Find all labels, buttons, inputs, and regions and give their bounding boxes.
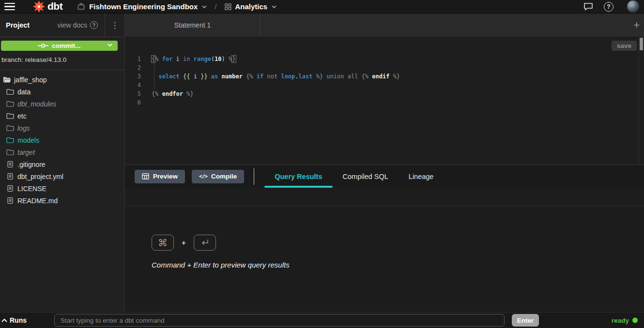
tree-item-gitignore[interactable]: .gitignore (0, 158, 124, 170)
main-area: Project view docs ? ⋮ commit... (0, 14, 644, 312)
chevron-up-icon (1, 319, 7, 322)
commit-button[interactable]: commit... (1, 41, 118, 51)
editor-column: Statement 1 + save 1{% for i in range(10… (125, 14, 644, 312)
results-body: ⌘ + Command + Enter to preview query res… (125, 206, 644, 312)
git-commit-icon (38, 43, 48, 48)
line-number: 4 (125, 81, 148, 89)
preview-button[interactable]: Preview (135, 170, 185, 183)
tree-item-etc[interactable]: etc (0, 110, 124, 122)
tree-item-data[interactable]: data (0, 86, 124, 98)
compile-button-label: Compile (211, 173, 237, 180)
tree-item-license[interactable]: LICENSE (0, 182, 124, 194)
grid-icon (225, 3, 231, 10)
sidebar-header: Project view docs ? ⋮ (0, 14, 124, 37)
view-docs-label: view docs (58, 21, 87, 29)
tree-item-models[interactable]: models (0, 134, 124, 146)
code-brackets-icon: </> (199, 173, 207, 179)
top-bar: dbt Fishtown Engineering Sandbox / (0, 0, 644, 14)
briefcase-icon (77, 3, 85, 10)
bottom-bar: Runs Enter ready (0, 312, 644, 328)
code-text: select {{ i }} as number {% if not loop.… (148, 72, 400, 81)
code-lines: 1{% for i in range(10) %}23 select {{ i … (125, 55, 638, 107)
branch-label: branch: release/4.13.0 (1, 56, 124, 63)
scrollbar-thumb[interactable] (640, 38, 643, 50)
sidebar: Project view docs ? ⋮ commit... (0, 14, 125, 312)
save-button[interactable]: save (612, 41, 637, 51)
tab-compiled-sql[interactable]: Compiled SQL (333, 165, 399, 188)
chevron-down-icon (202, 5, 207, 8)
code-line[interactable]: 4 (125, 81, 638, 89)
runs-toggle[interactable]: Runs (1, 316, 27, 324)
code-line[interactable]: 5{% endfor %} (125, 89, 638, 98)
code-text (148, 81, 152, 89)
status-label: ready (612, 317, 629, 324)
tree-item-target[interactable]: target (0, 146, 124, 158)
code-text (148, 98, 152, 107)
results-tabs: Query ResultsCompiled SQLLineage (264, 165, 444, 188)
tree-item-jaffle-shop[interactable]: jaffle_shop (0, 74, 124, 86)
plus-icon: + (633, 19, 640, 31)
tab-lineage[interactable]: Lineage (399, 165, 444, 188)
tree-item-label: logs (17, 124, 30, 132)
hamburger-menu-icon[interactable] (4, 3, 15, 10)
tree-item-label: etc (17, 112, 27, 120)
code-line[interactable]: 1{% for i in range(10) %} (125, 55, 638, 63)
line-number: 5 (125, 89, 148, 98)
tree-item-label: LICENSE (17, 185, 46, 193)
dbt-logo-text: dbt (47, 1, 62, 13)
line-number: 3 (125, 72, 148, 81)
chevron-down-icon[interactable] (107, 44, 112, 46)
project-name: Fishtown Engineering Sandbox (89, 2, 198, 11)
folder-icon (6, 101, 15, 107)
kebab-menu-icon[interactable]: ⋮ (105, 21, 124, 30)
environment-switcher[interactable]: Analytics (225, 2, 277, 11)
question-circle-icon: ? (90, 21, 98, 29)
tree-item-label: jaffle_shop (14, 76, 46, 84)
dbt-cloud-ide: dbt Fishtown Engineering Sandbox / (0, 0, 644, 328)
tree-item-label: dbt_project.yml (17, 173, 63, 180)
tree-item-logs[interactable]: logs (0, 122, 124, 134)
file-icon (6, 197, 15, 204)
folder-icon (6, 125, 15, 131)
breadcrumb-separator: / (215, 2, 216, 11)
tree-item-label: data (17, 88, 31, 96)
tree-item-readme-md[interactable]: README.md (0, 194, 124, 207)
code-editor[interactable]: save 1{% for i in range(10) %}23 select … (125, 37, 644, 164)
code-text: {% for i in range(10) %} (148, 55, 236, 63)
table-grid-icon (142, 173, 149, 179)
tab-statement-1[interactable]: Statement 1 (125, 14, 261, 37)
code-line[interactable]: 6 (125, 98, 638, 107)
project-switcher[interactable]: Fishtown Engineering Sandbox (62, 2, 207, 11)
compile-button[interactable]: </> Compile (192, 170, 244, 183)
indent-guide (154, 63, 154, 89)
results-toolbar: Preview </> Compile Query ResultsCompile… (125, 164, 644, 188)
command-key-icon: ⌘ (152, 235, 174, 251)
help-icon[interactable]: ? (604, 2, 613, 12)
editor-scrollbar[interactable] (639, 37, 644, 164)
command-input[interactable] (54, 314, 505, 327)
plus-separator: + (182, 239, 186, 247)
shortcut-keys: ⌘ + (152, 235, 644, 251)
line-number: 2 (125, 63, 148, 72)
save-button-label: save (617, 42, 631, 49)
chat-icon[interactable] (583, 2, 593, 11)
tree-item-dbt-modules[interactable]: dbt_modules (0, 98, 124, 110)
new-tab-button[interactable]: + (633, 14, 640, 37)
user-avatar[interactable] (627, 0, 639, 13)
line-number: 6 (125, 98, 148, 107)
folder-open-icon (2, 76, 11, 83)
tab-label: Statement 1 (174, 21, 211, 29)
tab-query-results[interactable]: Query Results (264, 165, 332, 188)
file-icon (6, 173, 15, 180)
environment-name: Analytics (235, 2, 268, 11)
enter-button[interactable]: Enter (512, 314, 539, 327)
code-line[interactable]: 3 select {{ i }} as number {% if not loo… (125, 72, 638, 81)
view-docs-link[interactable]: view docs ? (58, 21, 98, 29)
dbt-logo[interactable]: dbt (33, 0, 62, 13)
file-icon (6, 161, 15, 168)
dbt-logo-icon (33, 0, 45, 13)
tree-item-label: models (17, 136, 39, 144)
code-line[interactable]: 2 (125, 63, 638, 72)
commit-button-label: commit... (52, 42, 80, 49)
tree-item-dbt-project-yml[interactable]: dbt_project.yml (0, 170, 124, 182)
